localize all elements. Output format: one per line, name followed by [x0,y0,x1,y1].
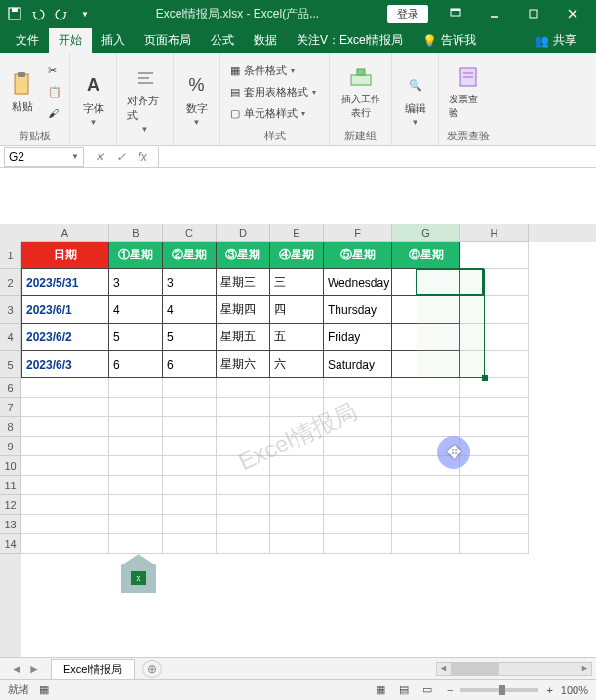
cell[interactable] [392,534,460,554]
login-button[interactable]: 登录 [387,5,428,23]
data-cell[interactable]: 星期五 [217,324,270,351]
tab-insert[interactable]: 插入 [92,28,135,53]
table-header[interactable]: ⑤星期 [324,242,392,269]
cell[interactable] [270,417,324,437]
row-header[interactable]: 10 [0,456,21,476]
cell[interactable] [109,417,163,437]
minimize-icon[interactable] [475,0,514,27]
row-header[interactable]: 8 [0,417,21,437]
cell[interactable] [217,456,270,476]
cell[interactable] [460,417,529,437]
cell[interactable] [217,534,270,554]
data-cell[interactable] [392,324,460,351]
zoom-out-icon[interactable]: − [447,684,453,696]
row-header[interactable]: 3 [0,296,21,324]
data-cell[interactable]: 三 [270,269,324,296]
col-header[interactable]: A [21,224,109,242]
undo-icon[interactable] [27,3,49,24]
tell-me[interactable]: 💡告诉我 [413,28,486,53]
cell-style-button[interactable]: ▢单元格样式▾ [226,103,323,123]
zoom-slider[interactable] [460,688,538,692]
table-header[interactable]: ③星期 [217,242,270,269]
cell[interactable] [21,417,109,437]
tab-layout[interactable]: 页面布局 [135,28,201,53]
row-header[interactable]: 12 [0,495,21,515]
row-header[interactable]: 13 [0,515,21,534]
cell[interactable] [163,378,217,398]
table-header[interactable]: ⑥星期 [392,242,460,269]
cell[interactable] [392,495,460,515]
table-header[interactable]: ①星期 [109,242,163,269]
cell[interactable] [460,296,529,324]
cell[interactable] [109,476,163,495]
page-layout-view-icon[interactable]: ▤ [393,681,415,699]
cell[interactable] [460,476,529,495]
invoice-button[interactable]: 发票查验 [445,61,491,122]
format-painter-icon[interactable]: 🖌 [44,103,65,123]
cell[interactable] [460,269,529,296]
zoom-level[interactable]: 100% [561,684,588,696]
cell[interactable] [163,515,217,534]
cell[interactable] [324,515,392,534]
cell[interactable] [460,437,529,456]
cell[interactable] [21,378,109,398]
ribbon-options-icon[interactable] [436,0,475,27]
row-header[interactable]: 4 [0,324,21,351]
sheet-tab[interactable]: Excel情报局 [51,659,135,679]
row-header[interactable]: 9 [0,437,21,456]
maximize-icon[interactable] [514,0,553,27]
cell[interactable] [163,417,217,437]
cell[interactable] [392,417,460,437]
save-icon[interactable] [4,3,25,24]
cell[interactable] [460,398,529,417]
data-cell[interactable] [392,351,460,378]
cell[interactable] [460,534,529,554]
cell[interactable] [392,456,460,476]
data-cell[interactable]: 3 [109,269,163,296]
data-cell[interactable]: 4 [163,296,217,324]
sheet-nav-next-icon[interactable]: ► [25,662,43,676]
fx-icon[interactable]: fx [135,150,150,164]
data-cell[interactable]: 5 [163,324,217,351]
name-box[interactable]: G2▼ [4,147,84,167]
cut-icon[interactable]: ✂ [44,60,65,80]
cell[interactable] [460,351,529,378]
insert-row-button[interactable]: 插入工作表行 [336,61,385,122]
date-cell[interactable]: 2023/5/31 [21,269,109,296]
cell[interactable] [21,398,109,417]
row-header[interactable]: 11 [0,476,21,495]
cell[interactable] [163,437,217,456]
paste-button[interactable]: 粘贴 [5,68,40,116]
data-cell[interactable]: 四 [270,296,324,324]
cell[interactable] [324,437,392,456]
cell[interactable] [109,378,163,398]
cell[interactable] [163,495,217,515]
col-header[interactable]: H [460,224,529,242]
cell[interactable] [324,417,392,437]
cell[interactable] [163,456,217,476]
cell[interactable] [392,437,460,456]
cell[interactable] [217,495,270,515]
close-icon[interactable] [553,0,592,27]
cell[interactable] [270,534,324,554]
data-cell[interactable]: 4 [109,296,163,324]
number-button[interactable]: %数字▼ [179,70,215,129]
share-button[interactable]: 👥共享 [525,28,586,53]
cell[interactable] [270,437,324,456]
date-cell[interactable]: 2023/6/2 [21,324,109,351]
table-header[interactable]: 日期 [21,242,109,269]
cell[interactable] [21,515,109,534]
conditional-format-button[interactable]: ▦条件格式▾ [226,60,323,80]
cell[interactable] [217,476,270,495]
copy-icon[interactable]: 📋 [44,82,65,101]
cell[interactable] [270,456,324,476]
date-cell[interactable]: 2023/6/1 [21,296,109,324]
cell[interactable] [163,534,217,554]
col-header[interactable]: C [163,224,217,242]
cell[interactable] [163,398,217,417]
page-break-view-icon[interactable]: ▭ [417,681,438,699]
tab-follow[interactable]: 关注V：Excel情报局 [287,28,413,53]
cell[interactable] [392,378,460,398]
edit-button[interactable]: 🔍编辑▼ [398,70,433,129]
col-header[interactable]: G [392,224,460,242]
